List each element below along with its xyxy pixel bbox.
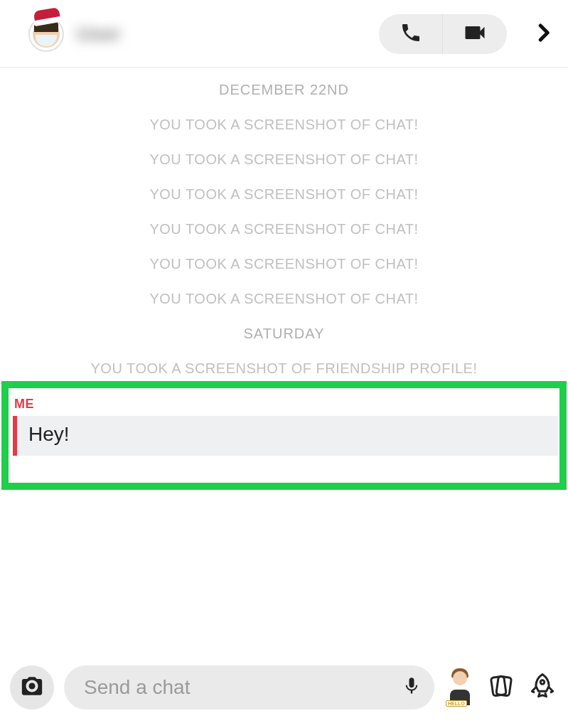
message-row[interactable]: Hey!	[13, 416, 558, 456]
chat-input[interactable]	[84, 676, 402, 699]
contact-username[interactable]: User	[77, 23, 148, 46]
date-divider: SATURDAY	[0, 326, 568, 342]
system-message: YOU TOOK A SCREENSHOT OF CHAT!	[0, 256, 568, 272]
chat-header: User	[0, 0, 568, 68]
memories-button[interactable]	[486, 670, 517, 705]
system-message: YOU TOOK A SCREENSHOT OF CHAT!	[0, 117, 568, 133]
rocket-icon	[527, 670, 558, 705]
camera-icon	[20, 674, 44, 701]
date-divider: DECEMBER 22ND	[0, 82, 568, 98]
system-message: YOU TOOK A SCREENSHOT OF CHAT!	[0, 221, 568, 237]
chevron-right-icon	[532, 37, 554, 49]
system-message: YOU TOOK A SCREENSHOT OF CHAT!	[0, 151, 568, 168]
phone-icon	[400, 21, 422, 47]
cards-icon	[486, 670, 517, 705]
voice-call-button[interactable]	[379, 14, 443, 54]
video-icon	[462, 20, 488, 48]
chat-footer: HELLO	[0, 653, 568, 728]
highlighted-message-box: ME Hey!	[1, 381, 567, 490]
system-message: YOU TOOK A SCREENSHOT OF CHAT!	[0, 186, 568, 203]
camera-button[interactable]	[10, 665, 54, 710]
microphone-icon[interactable]	[402, 673, 422, 702]
system-message: YOU TOOK A SCREENSHOT OF FRIENDSHIP PROF…	[0, 360, 568, 377]
call-buttons-group	[379, 14, 507, 54]
bitmoji-sticker-button[interactable]: HELLO	[444, 670, 476, 705]
rocket-button[interactable]	[527, 670, 558, 705]
message-sender-label: ME	[14, 397, 558, 412]
contact-avatar[interactable]	[28, 16, 64, 52]
message-text: Hey!	[17, 416, 70, 456]
chat-body: DECEMBER 22ND YOU TOOK A SCREENSHOT OF C…	[0, 68, 568, 490]
bitmoji-icon: HELLO	[444, 670, 476, 705]
system-message: YOU TOOK A SCREENSHOT OF CHAT!	[0, 291, 568, 307]
chat-input-container	[64, 665, 434, 710]
svg-point-2	[540, 680, 545, 685]
chat-details-button[interactable]	[532, 18, 554, 50]
video-call-button[interactable]	[443, 14, 507, 54]
